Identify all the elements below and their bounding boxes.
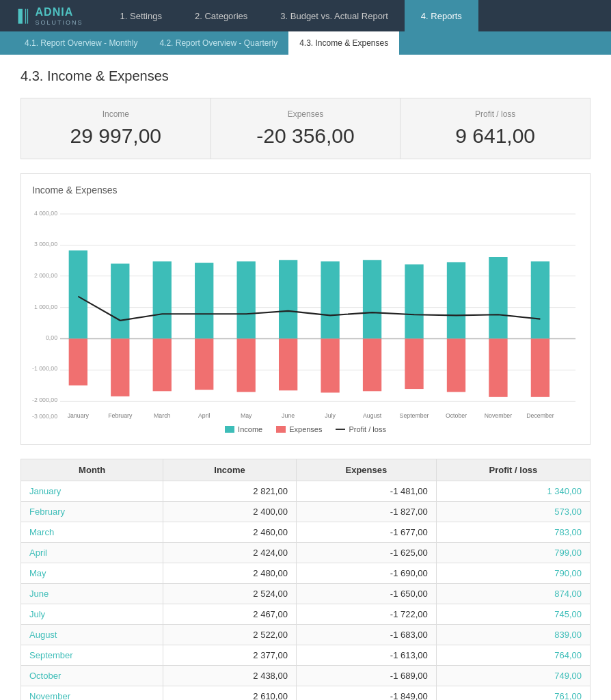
cell-income: 2 460,00 — [163, 522, 297, 543]
cell-month: June — [21, 584, 163, 604]
sub-nav: 4.1. Report Overview - Monthly 4.2. Repo… — [0, 31, 611, 55]
cell-expenses: -1 827,00 — [296, 502, 436, 522]
cell-month: February — [21, 502, 163, 522]
cell-income: 2 480,00 — [163, 563, 297, 584]
svg-text:June: June — [282, 412, 295, 418]
cell-month: August — [21, 625, 163, 645]
legend-profit-label: Profit / loss — [349, 425, 385, 433]
cell-month: April — [21, 543, 163, 563]
bar-expense-may — [237, 338, 256, 392]
profit-line — [78, 297, 540, 321]
bar-expense-jan — [69, 338, 87, 385]
svg-text:November: November — [485, 412, 512, 418]
nav-item-budget[interactable]: 3. Budget vs. Actual Report — [264, 0, 405, 31]
subnav-quarterly[interactable]: 4.2. Report Overview - Quarterly — [148, 31, 288, 55]
chart-title: Income & Expenses — [32, 185, 579, 196]
cell-expenses: -1 722,00 — [296, 604, 436, 625]
expenses-value: -20 356,00 — [225, 124, 387, 148]
subnav-monthly[interactable]: 4.1. Report Overview - Monthly — [14, 31, 148, 55]
nav-item-settings[interactable]: 1. Settings — [104, 0, 178, 31]
table-row: September 2 377,00 -1 613,00 764,00 — [21, 645, 590, 666]
cell-income: 2 610,00 — [163, 686, 297, 701]
svg-text:August: August — [363, 412, 382, 418]
income-swatch — [225, 426, 234, 433]
legend-expenses: Expenses — [276, 425, 322, 433]
cell-expenses: -1 690,00 — [296, 563, 436, 584]
profit-label: Profit / loss — [414, 109, 576, 119]
cell-profit: 745,00 — [436, 604, 590, 625]
svg-text:October: October — [446, 412, 467, 418]
svg-text:4 000,00: 4 000,00 — [34, 210, 57, 217]
table-row: November 2 610,00 -1 849,00 761,00 — [21, 686, 590, 701]
cell-expenses: -1 683,00 — [296, 625, 436, 645]
bar-income-oct — [447, 262, 465, 338]
logo-text: ADNIA — [36, 6, 83, 18]
cell-profit: 799,00 — [436, 543, 590, 563]
profit-line-swatch — [336, 429, 345, 430]
legend-income-label: Income — [238, 425, 262, 433]
svg-text:May: May — [241, 412, 252, 418]
logo-sub: SOLUTIONS — [36, 19, 83, 26]
cell-profit: 1 340,00 — [436, 481, 590, 502]
table-row: October 2 438,00 -1 689,00 749,00 — [21, 666, 590, 686]
cell-profit: 839,00 — [436, 625, 590, 645]
svg-text:July: July — [325, 412, 336, 418]
cell-expenses: -1 625,00 — [296, 543, 436, 563]
table-row: July 2 467,00 -1 722,00 745,00 — [21, 604, 590, 625]
top-nav: 1. Settings 2. Categories 3. Budget vs. … — [104, 0, 597, 31]
bar-income-apr — [195, 263, 213, 339]
expenses-label: Expenses — [225, 109, 387, 119]
bar-income-feb — [111, 264, 129, 339]
bar-expense-apr — [195, 338, 213, 390]
cell-expenses: -1 481,00 — [296, 481, 436, 502]
nav-item-reports[interactable]: 4. Reports — [405, 0, 478, 31]
bar-income-may — [237, 261, 256, 338]
svg-text:April: April — [198, 412, 211, 418]
income-label: Income — [35, 109, 197, 119]
svg-text:2 000,00: 2 000,00 — [34, 272, 57, 279]
page-content: 4.3. Income & Expenses Income 29 997,00 … — [0, 55, 611, 700]
table-row: January 2 821,00 -1 481,00 1 340,00 — [21, 481, 590, 502]
bar-expense-jun — [279, 338, 297, 390]
logo-area: ▐║ ADNIA SOLUTIONS — [14, 6, 83, 26]
cell-month: October — [21, 666, 163, 686]
income-value: 29 997,00 — [35, 124, 197, 148]
col-header-month: Month — [21, 459, 163, 481]
cell-profit: 761,00 — [436, 686, 590, 701]
bar-income-jul — [321, 261, 339, 338]
cell-income: 2 821,00 — [163, 481, 297, 502]
profit-value: 9 641,00 — [414, 124, 576, 148]
col-header-profit: Profit / loss — [436, 459, 590, 481]
svg-text:February: February — [108, 412, 132, 418]
income-card: Income 29 997,00 — [21, 98, 211, 159]
bar-expense-sep — [405, 338, 423, 389]
svg-text:March: March — [154, 412, 170, 418]
bar-expense-nov — [489, 338, 507, 396]
svg-text:-3 000,00: -3 000,00 — [32, 412, 57, 419]
col-header-expenses: Expenses — [296, 459, 436, 481]
bar-income-jan — [69, 250, 87, 338]
cell-month: May — [21, 563, 163, 584]
svg-text:1 000,00: 1 000,00 — [34, 303, 57, 310]
chart-container: 4 000,00 3 000,00 2 000,00 1 000,00 0,00… — [32, 202, 579, 421]
nav-item-categories[interactable]: 2. Categories — [178, 0, 264, 31]
bar-expense-jul — [321, 338, 339, 392]
cell-income: 2 522,00 — [163, 625, 297, 645]
cell-income: 2 400,00 — [163, 502, 297, 522]
chart-section: Income & Expenses 4 000,00 3 000,00 2 00… — [21, 173, 590, 445]
subnav-income-expenses[interactable]: 4.3. Income & Expenses — [288, 31, 399, 55]
top-header: ▐║ ADNIA SOLUTIONS 1. Settings 2. Catego… — [0, 0, 611, 31]
chart-legend: Income Expenses Profit / loss — [32, 425, 579, 433]
cell-expenses: -1 849,00 — [296, 686, 436, 701]
bar-expense-mar — [153, 338, 172, 391]
cell-month: September — [21, 645, 163, 666]
cell-profit: 874,00 — [436, 584, 590, 604]
bar-income-dec — [531, 261, 549, 338]
cell-profit: 783,00 — [436, 522, 590, 543]
cell-income: 2 438,00 — [163, 666, 297, 686]
bar-income-aug — [363, 260, 381, 338]
bar-expense-aug — [363, 338, 381, 391]
cell-expenses: -1 677,00 — [296, 522, 436, 543]
cell-month: March — [21, 522, 163, 543]
cell-profit: 573,00 — [436, 502, 590, 522]
